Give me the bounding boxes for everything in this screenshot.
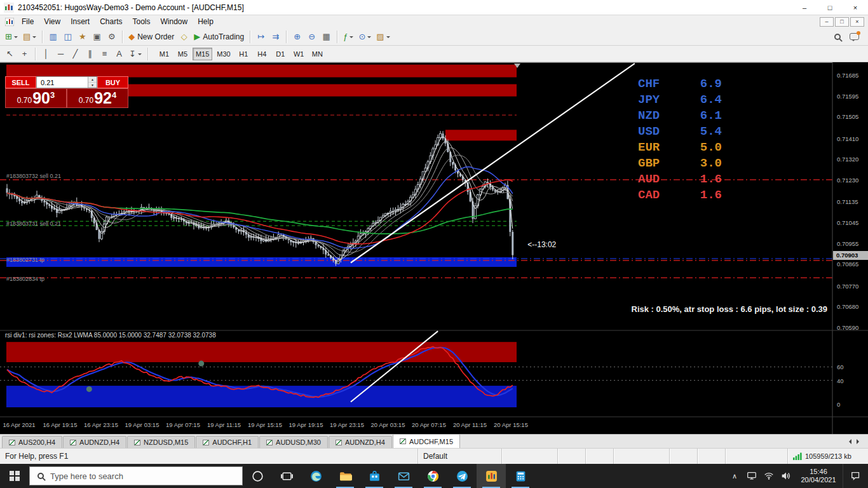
- chrome-icon[interactable]: [418, 464, 447, 488]
- chart-tab[interactable]: AUDCHF,M15: [393, 434, 460, 448]
- buy-price[interactable]: 0.70 92 4: [67, 88, 128, 108]
- close-button[interactable]: ×: [843, 0, 868, 15]
- profiles-button[interactable]: ▤: [20, 30, 39, 44]
- time-axis[interactable]: 16 Apr 202116 Apr 19:1516 Apr 23:1519 Ap…: [0, 419, 832, 431]
- metaeditor-button[interactable]: ◇: [177, 30, 191, 44]
- price-scale[interactable]: 0.716850.715950.715050.714100.713200.712…: [833, 62, 868, 434]
- cursor-tool[interactable]: ↖: [3, 47, 17, 61]
- order-label: #183803732 sell 0.21: [6, 173, 61, 179]
- network-icon[interactable]: [760, 470, 777, 482]
- market-watch-button[interactable]: ▥: [46, 30, 60, 44]
- tab-scroll-right-icon[interactable]: [857, 439, 862, 444]
- currency-code: CHF: [638, 76, 660, 92]
- restore-button[interactable]: □: [817, 0, 843, 15]
- menu-charts[interactable]: Charts: [95, 17, 127, 27]
- tray-chevron-icon[interactable]: ∧: [726, 472, 743, 480]
- menu-tools[interactable]: Tools: [128, 17, 156, 27]
- start-button[interactable]: [0, 464, 29, 488]
- chart-tab[interactable]: NZDUSD,M15: [127, 436, 195, 448]
- dropdown-caret-icon: [367, 36, 371, 40]
- price-label: 0.71685: [837, 72, 858, 79]
- timeframe-m30[interactable]: M30: [214, 48, 233, 60]
- sell-price[interactable]: 0.70 90 3: [5, 88, 67, 108]
- calculator-icon[interactable]: [506, 464, 535, 488]
- file-explorer-icon[interactable]: [330, 464, 360, 488]
- trendline-tool[interactable]: ╱: [68, 47, 83, 61]
- timeframe-m5[interactable]: M5: [174, 48, 191, 60]
- zoom-out-button[interactable]: ⊖: [304, 30, 319, 44]
- tab-scroll-left-icon[interactable]: [846, 439, 851, 444]
- status-profile[interactable]: Default: [418, 449, 502, 464]
- strategy-tester-button[interactable]: ⚙: [104, 30, 119, 44]
- notification-center-button[interactable]: [843, 464, 868, 488]
- fibonacci-tool[interactable]: ≡: [97, 47, 112, 61]
- auto-scroll-button[interactable]: ⇉: [268, 30, 283, 44]
- channel-tool[interactable]: ∥: [83, 47, 97, 61]
- taskbar-clock[interactable]: 15:46 20/04/2021: [794, 468, 843, 484]
- new-chart-button[interactable]: ⊞: [3, 30, 20, 44]
- text-tool[interactable]: A: [112, 47, 126, 61]
- chart-canvas[interactable]: [0, 62, 868, 434]
- horizontal-line-tool[interactable]: ─: [53, 47, 68, 61]
- timeframe-mn[interactable]: MN: [309, 48, 326, 60]
- menu-view[interactable]: View: [39, 17, 65, 27]
- indicators-button[interactable]: ƒ: [341, 30, 356, 44]
- spin-up-icon[interactable]: ▴: [88, 77, 97, 83]
- cortana-icon[interactable]: [243, 464, 272, 488]
- chat-icon[interactable]: [850, 33, 859, 40]
- taskbar-search-input[interactable]: Type here to search: [29, 466, 243, 485]
- menu-window[interactable]: Window: [156, 17, 193, 27]
- templates-button[interactable]: ▨: [374, 30, 392, 44]
- new-order-button[interactable]: ◆New Order: [126, 30, 177, 44]
- chart-tab[interactable]: AUS200,H4: [2, 436, 62, 448]
- vertical-line-tool[interactable]: │: [39, 47, 53, 61]
- timeframe-w1[interactable]: W1: [290, 48, 308, 60]
- telegram-icon[interactable]: [447, 464, 477, 488]
- status-cell: [614, 449, 670, 464]
- arrows-tool[interactable]: ↧: [126, 47, 144, 61]
- chart-close-button[interactable]: ×: [850, 17, 864, 27]
- strength-value: 6.4: [700, 92, 722, 108]
- navigator-button[interactable]: ★: [75, 30, 90, 44]
- zoom-in-button[interactable]: ⊕: [290, 30, 304, 44]
- chart-shift-button[interactable]: ↦: [254, 30, 268, 44]
- volume-value[interactable]: 0.21: [41, 79, 54, 86]
- menu-insert[interactable]: Insert: [65, 17, 95, 27]
- chart-tab[interactable]: AUDNZD,H4: [329, 436, 392, 448]
- volume-stepper[interactable]: 0.21 ▴▾: [36, 76, 97, 88]
- tile-windows-button[interactable]: ▦: [319, 30, 334, 44]
- timeframe-h1[interactable]: H1: [235, 48, 252, 60]
- chart-tab[interactable]: AUDNZD,H4: [63, 436, 126, 448]
- status-cell: [670, 449, 698, 464]
- store-icon[interactable]: [360, 464, 389, 488]
- volume-spinner[interactable]: ▴▾: [88, 77, 97, 88]
- timeframe-d1[interactable]: D1: [272, 48, 289, 60]
- chart-restore-button[interactable]: □: [835, 17, 849, 27]
- app-icon: [4, 3, 14, 13]
- timeframe-m15[interactable]: M15: [193, 48, 212, 60]
- crosshair-tool[interactable]: +: [17, 47, 32, 61]
- edge-icon[interactable]: [301, 464, 330, 488]
- chart-minimize-button[interactable]: –: [820, 17, 834, 27]
- buy-button[interactable]: BUY: [97, 76, 128, 88]
- mail-icon[interactable]: [389, 464, 418, 488]
- periods-button[interactable]: ⊙: [356, 30, 374, 44]
- menu-help[interactable]: Help: [193, 17, 219, 27]
- data-window-button[interactable]: ◫: [60, 30, 75, 44]
- terminal-icon: ▣: [93, 32, 101, 41]
- sell-button[interactable]: SELL: [5, 76, 36, 88]
- chart-tab[interactable]: AUDCHF,H1: [196, 436, 259, 448]
- timeframe-h4[interactable]: H4: [254, 48, 271, 60]
- chart-tab[interactable]: AUDUSD,M30: [259, 436, 328, 448]
- autotrading-button[interactable]: ▶AutoTrading: [191, 30, 247, 44]
- spin-down-icon[interactable]: ▾: [88, 83, 97, 88]
- monitor-icon[interactable]: [743, 470, 760, 482]
- minimize-button[interactable]: –: [792, 0, 817, 15]
- task-view-icon[interactable]: [272, 464, 301, 488]
- search-icon[interactable]: [834, 34, 841, 40]
- timeframe-m1[interactable]: M1: [156, 48, 173, 60]
- volume-icon[interactable]: [777, 470, 794, 482]
- mt4-icon[interactable]: [477, 464, 506, 488]
- terminal-button[interactable]: ▣: [90, 30, 104, 44]
- menu-file[interactable]: File: [17, 17, 39, 27]
